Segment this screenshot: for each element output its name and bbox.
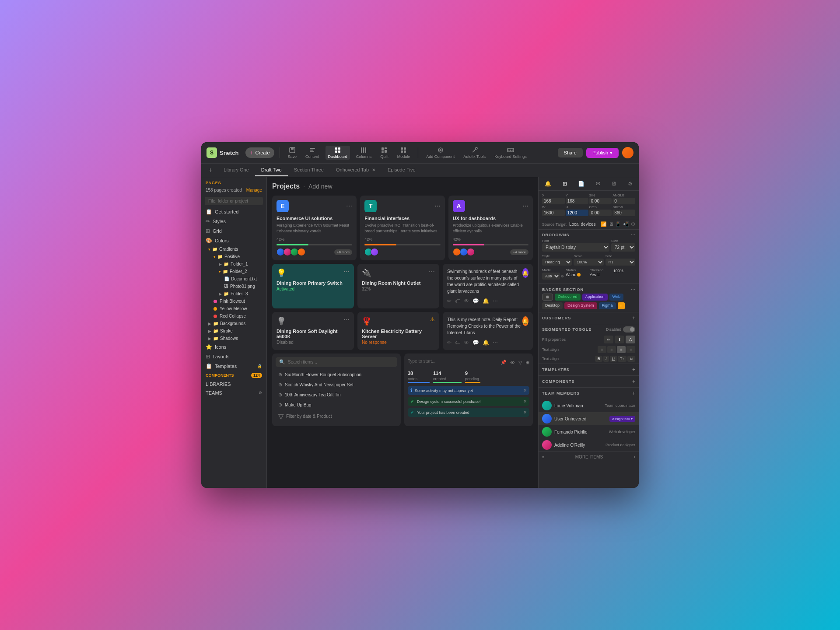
tree-item-stroke[interactable]: ▶ 📁 Stroke (201, 327, 266, 335)
pin-icon[interactable]: 📌 (500, 360, 507, 365)
fill-text-btn[interactable]: A (626, 336, 635, 343)
tree-item-backgrounds[interactable]: ▶ 📁 Backgrounds (201, 320, 266, 327)
smart-card-kitchen-battery[interactable]: 🦞 ⚠ Kitchen Electricity Battery Server N… (357, 312, 439, 350)
sidebar-item-styles[interactable]: ✏ Styles (201, 217, 266, 226)
project-card-ux[interactable]: A ⋯ UX for dashboards Productize ubiquit… (448, 196, 533, 260)
sidebar-item-colors[interactable]: 🎨 Colors (201, 236, 266, 245)
card-menu-icon[interactable]: ⋯ (346, 203, 352, 210)
more-items-row[interactable]: ≡ MORE ITEMS › (539, 452, 639, 462)
section-collapse-icon[interactable]: ⋯ (631, 232, 635, 237)
badge-figma[interactable]: Figma (599, 302, 616, 309)
type-start-area[interactable]: Type to start... (408, 357, 497, 365)
sidebar-item-teams[interactable]: TEAMS ⚙ (201, 388, 266, 397)
templates-row[interactable]: TEMPLATES + (539, 364, 639, 375)
list-item[interactable]: ⊕ Six Month Flower Bouquet Subscription (276, 370, 397, 380)
scale-select[interactable]: 100% (574, 259, 603, 266)
more-icon[interactable]: ⋯ (493, 298, 498, 304)
badges-section-header[interactable]: BADGES SECTION ⋯ (539, 284, 639, 294)
tree-item-folder3[interactable]: ▶ 📁 Folder_3 (201, 290, 266, 298)
sidebar-item-libraries[interactable]: LIBRARIES (201, 380, 266, 388)
badge-design-system[interactable]: Design System (564, 302, 597, 309)
add-new-button[interactable]: Add new (308, 183, 332, 190)
add-customer-icon[interactable]: + (632, 315, 635, 321)
bell-icon[interactable]: 🔔 (483, 340, 489, 346)
tab-library-one[interactable]: Library One (217, 164, 255, 176)
align-justify-btn[interactable]: ≡ (626, 346, 635, 353)
badge-monitor[interactable]: 🖥 (542, 294, 553, 301)
mail-panel-icon[interactable]: ✉ (594, 180, 602, 188)
tag-icon[interactable]: 🏷 (455, 340, 460, 346)
font-select[interactable]: Playfair Display (542, 243, 609, 252)
tree-item-folder2[interactable]: ▾ 📁 Folder_2 (201, 268, 266, 275)
underline-button[interactable]: U (610, 356, 617, 362)
member-row-user-onhovered[interactable]: User Onhovered Assign task ▾ (539, 412, 639, 425)
notification-purchase[interactable]: ✓ Design system successful purchase! ✕ (408, 397, 529, 406)
tree-item-photo[interactable]: 🖼 Photo01.png (201, 283, 266, 290)
tab-onhovered[interactable]: Onhovered Tab ✕ (330, 164, 382, 176)
dropdowns-section-header[interactable]: DRODOWNS ⋯ (539, 230, 639, 239)
member-row-fernando[interactable]: Fernando Pidrilio Web developer (539, 425, 639, 438)
settings-source-icon[interactable]: ⚙ (631, 221, 635, 227)
components-panel-row[interactable]: COMPONENTS + (539, 375, 639, 387)
eye-icon[interactable]: 👁 (464, 340, 469, 346)
wifi-icon[interactable]: 📶 (601, 221, 607, 227)
eye-icon[interactable]: 👁 (464, 298, 469, 304)
note-card-ocean[interactable]: Swimming hundreds of feet beneath the oc… (443, 264, 533, 308)
gear-panel-icon[interactable]: ⚙ (626, 180, 634, 188)
add-component-panel-icon[interactable]: + (632, 378, 635, 385)
list-item[interactable]: ⊕ 10th Anniversary Tea Gift Tin (276, 390, 397, 400)
notification-project-created[interactable]: ✓ Your project has been created ✕ (408, 408, 529, 417)
document-panel-icon[interactable]: 📄 (576, 180, 586, 188)
browser-panel-icon[interactable]: 🖥 (609, 180, 618, 188)
list-item[interactable]: ⊕ Scotch Whisky And Newspaper Set (276, 380, 397, 390)
tree-item-gradients[interactable]: ▾ 📁 Gradients (201, 245, 266, 253)
badge-onhovered[interactable]: Onhovered (555, 294, 581, 301)
user-avatar[interactable] (622, 147, 634, 158)
dashboard-button[interactable]: Dashboard (326, 146, 350, 160)
more-icon[interactable]: ⋯ (493, 340, 498, 346)
eye-icon[interactable]: 👁 (510, 360, 515, 365)
module-button[interactable]: Module (395, 146, 413, 160)
tag-icon[interactable]: 🏷 (455, 298, 460, 304)
tab-section-three[interactable]: Section Three (288, 164, 330, 176)
toggle-knob[interactable] (623, 326, 635, 332)
x-input[interactable] (542, 198, 565, 204)
badge-application[interactable]: Application (582, 294, 608, 301)
close-notification-icon[interactable]: ✕ (523, 399, 527, 404)
size-select[interactable]: 72 pt. (611, 243, 635, 252)
content-button[interactable]: Content (303, 146, 322, 160)
tab-episode-five[interactable]: Episode Five (382, 164, 422, 176)
add-member-icon[interactable]: + (632, 390, 635, 396)
grid-note-icon[interactable]: ⊞ (525, 360, 529, 365)
tree-item-red-collapse[interactable]: Red Collapse (201, 312, 266, 320)
tree-item-folder1[interactable]: ▶ 📁 Folder_1 (201, 260, 266, 268)
project-card-financial[interactable]: T ⋯ Financial interfaces Evolve proactiv… (360, 196, 444, 260)
add-tab-button[interactable]: + (206, 164, 214, 177)
monitor-icon[interactable]: 🖥 (609, 221, 613, 227)
sidebar-item-get-started[interactable]: 📋 Get started (201, 207, 266, 217)
sidebar-search[interactable] (205, 197, 263, 205)
customers-section[interactable]: CUSTOMERS + (539, 312, 639, 324)
align-right-btn[interactable]: ≡ (617, 346, 626, 353)
italic-button[interactable]: I (603, 356, 609, 362)
tree-item-shadows[interactable]: ▶ 📁 Shadows (201, 335, 266, 342)
layers-panel-icon[interactable]: ⊞ (561, 180, 569, 188)
member-row-adeline[interactable]: Adeline O'Reilly Product designer (539, 438, 639, 452)
fill-upload-btn[interactable]: ⬆ (615, 336, 624, 343)
sidebar-item-icons[interactable]: ⭐ Icons (201, 342, 266, 352)
bell-panel-icon[interactable]: 🔔 (543, 180, 553, 188)
keyboard-settings-button[interactable]: Keyboard Settings (492, 146, 529, 160)
card-menu-icon[interactable]: ⋯ (343, 268, 350, 275)
style-select[interactable]: Heading (542, 259, 572, 266)
superscript-button[interactable]: T↑ (618, 356, 626, 362)
cos-input[interactable] (589, 210, 612, 216)
skew-input[interactable] (612, 210, 635, 216)
save-button[interactable]: Save (285, 146, 300, 160)
edit-icon[interactable]: ✏ (447, 340, 452, 346)
close-notification-icon[interactable]: ✕ (523, 388, 527, 393)
w-input[interactable] (542, 210, 565, 216)
sin-input[interactable] (589, 198, 612, 204)
angle-input[interactable] (612, 198, 635, 204)
quilt-button[interactable]: Quilt (378, 146, 391, 160)
search-items-input[interactable] (288, 360, 394, 364)
